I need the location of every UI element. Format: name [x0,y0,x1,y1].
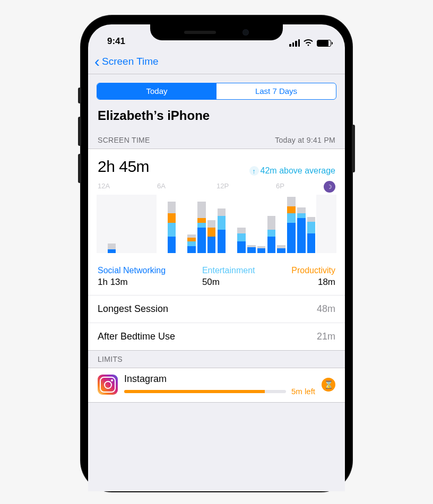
category-social-time: 1h 13m [98,277,166,288]
longest-session-value: 48m [317,303,335,315]
category-entertainment-label: Entertainment [202,266,255,275]
hour-bar [247,195,256,253]
hour-bar [118,195,126,253]
cellular-icon [289,39,300,47]
category-entertainment-time: 50m [202,277,220,288]
screen: 9:41 ‹ Screen Time Today Last 7 Days Eli… [88,24,345,491]
hour-bar [108,195,116,253]
chevron-left-icon: ‹ [94,54,100,69]
hour-bar [287,195,296,253]
notch [150,24,283,40]
limit-progress-bar [124,390,286,393]
hour-bar [137,195,146,253]
tab-today[interactable]: Today [97,83,216,99]
hour-bar [237,195,246,253]
screen-time-section-header: Screen Time Today at 9:41 PM [88,132,345,149]
hour-bar [327,195,335,253]
device-name: Elizabeth’s iPhone [88,106,345,132]
axis-tick: 6P [276,182,284,190]
limits-section-header: Limits [88,351,345,368]
hour-bar [307,195,316,253]
nav-bar: ‹ Screen Time [88,49,345,74]
phone-frame: 9:41 ‹ Screen Time Today Last 7 Days Eli… [81,16,352,491]
power-button [352,125,355,172]
hour-bar [317,195,326,253]
back-label: Screen Time [102,56,159,67]
delta-vs-average: ↑ 42m above average [249,166,335,176]
axis-tick: 12P [216,182,229,190]
tab-last-7-days[interactable]: Last 7 Days [216,83,336,99]
wifi-icon [304,39,313,47]
limit-app-name: Instagram [124,373,315,385]
hour-bar [158,195,166,253]
hour-bar [267,195,276,253]
hour-bar [197,195,206,253]
hour-bar [297,195,306,253]
axis-tick: 12A [98,182,110,190]
category-social-label: Social Networking [98,266,166,275]
hour-bar [148,195,156,253]
hour-bar [257,195,266,253]
screen-time-timestamp: Today at 9:41 PM [275,136,335,144]
back-button[interactable]: ‹ Screen Time [94,54,159,69]
total-screen-time: 2h 45m [98,158,149,176]
time-range-segmented: Today Last 7 Days [97,83,336,100]
bedtime-moon-icon: ☽ [324,181,335,193]
category-productivity-label: Productivity [291,266,335,275]
mute-switch [78,88,81,103]
hour-bar [218,195,226,253]
screen-time-label: Screen Time [98,136,150,144]
axis-tick: 6A [157,182,166,190]
hour-bar [187,195,196,253]
screen-time-card[interactable]: 2h 45m ↑ 42m above average ☽ 12A6A12P6P … [88,149,345,351]
hour-bar [277,195,285,253]
limit-row-instagram[interactable]: Instagram 5m left ⌛ [88,368,345,403]
hourglass-icon: ⌛ [322,378,335,392]
up-arrow-icon: ↑ [249,166,259,176]
hour-bar [127,195,136,253]
longest-session-label: Longest Session [98,303,168,315]
hourly-usage-chart: ☽ 12A6A12P6P [98,181,335,260]
after-bedtime-row[interactable]: After Bedtime Use 21m [88,323,345,350]
after-bedtime-value: 21m [317,331,335,342]
limits-label: Limits [98,355,123,363]
hour-bar [227,195,236,253]
after-bedtime-label: After Bedtime Use [98,331,175,342]
hour-bar [98,195,106,253]
category-productivity-time: 18m [318,277,335,288]
volume-up-button [78,117,81,146]
category-breakdown: Social Networking 1h 13m Entertainment 5… [88,263,345,295]
hour-bar [207,195,216,253]
volume-down-button [78,154,81,183]
limit-remaining: 5m left [291,387,315,396]
battery-icon [317,40,331,47]
hour-bar [168,195,176,253]
hour-bar [177,195,186,253]
status-time: 9:41 [107,36,125,47]
longest-session-row[interactable]: Longest Session 48m [88,295,345,323]
instagram-icon [98,375,118,395]
